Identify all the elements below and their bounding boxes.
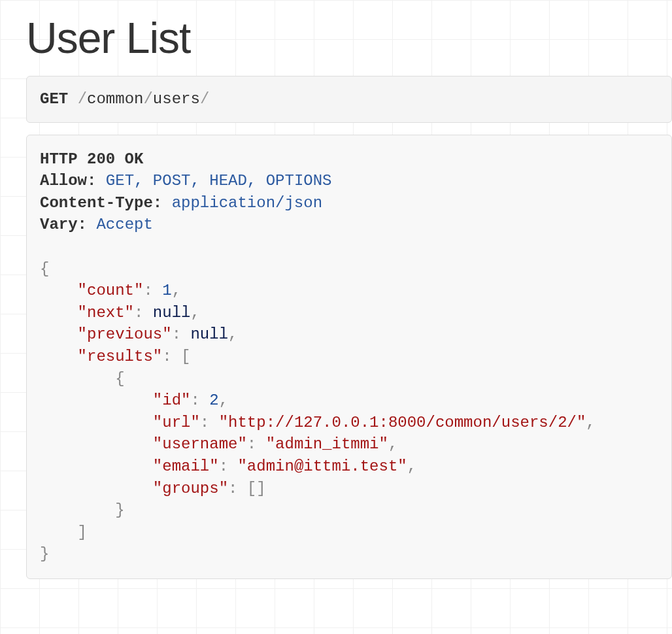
- json-line: }: [40, 543, 658, 565]
- vary-label: Vary:: [40, 216, 87, 233]
- json-colon: :: [247, 435, 256, 453]
- json-colon: :: [143, 282, 152, 299]
- json-colon: :: [162, 348, 171, 365]
- path-segment: common: [87, 90, 143, 108]
- json-colon: :: [219, 458, 228, 475]
- json-key-previous: "previous": [78, 325, 172, 343]
- json-groups-close: ]: [256, 480, 265, 497]
- json-username-value: "admin_itmmi": [266, 435, 388, 453]
- json-id-value: 2: [209, 392, 218, 409]
- request-path: /common/users/: [78, 90, 210, 108]
- json-comma: ,: [190, 304, 199, 322]
- json-count-value: 1: [162, 282, 171, 299]
- json-line: "url": "http://127.0.0.1:8000/common/use…: [40, 412, 658, 434]
- json-brace-open: {: [115, 370, 124, 388]
- json-line: {: [40, 368, 658, 390]
- json-colon: :: [190, 392, 199, 409]
- json-comma: ,: [586, 414, 595, 431]
- json-line: "username": "admin_itmmi",: [40, 433, 658, 456]
- path-segment: users: [153, 90, 200, 108]
- json-key-count: "count": [78, 282, 144, 299]
- json-next-value: null: [153, 304, 191, 322]
- json-colon: :: [172, 325, 181, 343]
- json-line: "email": "admin@ittmi.test",: [40, 456, 658, 478]
- json-key-url: "url": [153, 414, 200, 431]
- json-bracket-close: ]: [78, 524, 87, 541]
- json-comma: ,: [219, 392, 228, 409]
- path-slash: /: [143, 90, 152, 108]
- json-line: "id": 2,: [40, 390, 658, 412]
- json-comma: ,: [388, 435, 397, 453]
- json-colon: :: [200, 414, 209, 431]
- content-type-header-line: Content-Type: application/json: [40, 192, 658, 214]
- json-key-groups: "groups": [153, 480, 228, 497]
- json-colon: :: [134, 304, 143, 322]
- json-url-value: "http://127.0.0.1:8000/common/users/2/": [219, 414, 586, 431]
- request-method: GET: [40, 90, 68, 108]
- json-line: "results": [: [40, 346, 658, 368]
- blank-line: [40, 236, 658, 258]
- json-line: }: [40, 499, 658, 522]
- json-line: "groups": []: [40, 478, 658, 500]
- json-line: "next": null,: [40, 302, 658, 324]
- json-comma: ,: [407, 458, 416, 475]
- json-line: {: [40, 258, 658, 280]
- content-type-value: application/json: [172, 194, 322, 212]
- response-box: HTTP 200 OK Allow: GET, POST, HEAD, OPTI…: [26, 135, 672, 579]
- vary-header-line: Vary: Accept: [40, 214, 658, 236]
- json-key-id: "id": [153, 392, 191, 409]
- json-colon: :: [228, 480, 237, 497]
- json-comma: ,: [228, 325, 237, 343]
- json-key-email: "email": [153, 458, 219, 475]
- json-brace-close: }: [40, 545, 49, 563]
- json-comma: ,: [172, 282, 181, 299]
- json-line: ]: [40, 522, 658, 544]
- allow-label: Allow:: [40, 172, 96, 190]
- allow-header-line: Allow: GET, POST, HEAD, OPTIONS: [40, 170, 658, 192]
- json-previous-value: null: [190, 325, 228, 343]
- json-line: "count": 1,: [40, 280, 658, 302]
- page-title: User List: [26, 13, 672, 63]
- path-slash: /: [78, 90, 87, 108]
- json-key-next: "next": [78, 304, 134, 322]
- http-status: HTTP 200 OK: [40, 150, 143, 168]
- json-key-username: "username": [153, 435, 247, 453]
- json-groups-open: [: [247, 480, 256, 497]
- json-brace-close: }: [115, 501, 124, 519]
- request-box: GET /common/users/: [26, 76, 672, 123]
- http-status-line: HTTP 200 OK: [40, 148, 658, 171]
- path-slash: /: [200, 90, 209, 108]
- allow-value: GET, POST, HEAD, OPTIONS: [106, 172, 332, 190]
- json-key-results: "results": [78, 348, 163, 365]
- vary-value: Accept: [96, 216, 152, 233]
- json-email-value: "admin@ittmi.test": [237, 458, 407, 475]
- json-brace-open: {: [40, 260, 49, 278]
- json-line: "previous": null,: [40, 324, 658, 346]
- content-type-label: Content-Type:: [40, 194, 162, 212]
- json-bracket-open: [: [181, 348, 190, 365]
